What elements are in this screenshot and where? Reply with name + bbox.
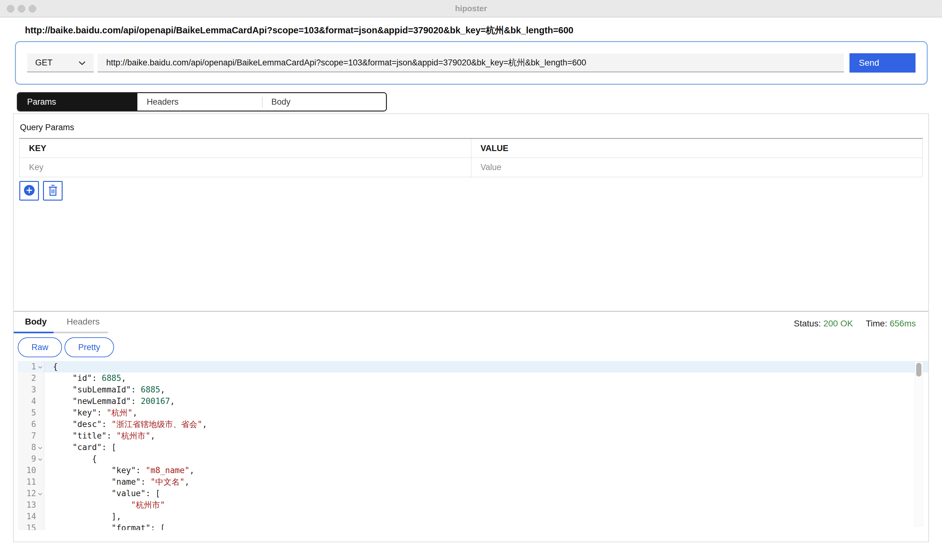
line-number: 14	[18, 511, 36, 522]
response-body-code: 1{2 "id": 6885,3 "subLemmaId": 6885,4 "n…	[18, 361, 928, 530]
line-number: 8	[18, 442, 36, 453]
code-line: 15 "format": [	[18, 522, 928, 530]
code-line: 13 "杭州市"	[18, 499, 928, 511]
fold-gutter-spacer	[36, 499, 44, 511]
fold-gutter-spacer	[36, 372, 44, 384]
line-number: 12	[18, 488, 36, 499]
param-value-input[interactable]	[471, 158, 923, 177]
fold-gutter-spacer	[36, 407, 44, 418]
code-line: 5 "key": "杭州",	[18, 407, 928, 418]
line-number: 5	[18, 407, 36, 418]
fold-gutter-spacer	[36, 384, 44, 395]
code-line-text: "card": [	[44, 442, 117, 453]
response-status-line: Status: 200 OK Time: 656ms	[794, 318, 916, 329]
method-select-value: GET	[35, 58, 52, 68]
code-gutter: 9	[18, 453, 44, 465]
code-gutter: 14	[18, 511, 44, 522]
minimize-button[interactable]	[18, 5, 25, 12]
line-number: 15	[18, 522, 36, 530]
method-select[interactable]: GET	[27, 54, 94, 72]
code-gutter: 15	[18, 522, 44, 530]
code-gutter: 1	[18, 361, 44, 372]
raw-button[interactable]: Raw	[18, 337, 62, 357]
code-line: 14 ],	[18, 511, 928, 522]
code-line-text: "key": "杭州",	[44, 407, 137, 418]
code-gutter: 2	[18, 372, 44, 384]
window-titlebar: hiposter	[0, 0, 942, 17]
fold-chevron-icon[interactable]	[36, 453, 44, 465]
window-title: hiposter	[0, 0, 942, 17]
code-scrollbar[interactable]	[914, 362, 923, 526]
code-line-text: "id": 6885,	[44, 372, 126, 384]
fold-gutter-spacer	[36, 430, 44, 442]
status-value: 200 OK	[823, 318, 853, 328]
code-line: 8 "card": [	[18, 442, 928, 453]
param-actions	[19, 181, 923, 201]
code-gutter: 12	[18, 488, 44, 499]
response-tab-body[interactable]: Body	[14, 312, 54, 333]
code-line-text: "desc": "浙江省辖地级市、省会",	[44, 418, 207, 430]
line-number: 4	[18, 395, 36, 407]
code-line-text: "subLemmaId": 6885,	[44, 384, 165, 395]
code-line-text: {	[44, 453, 97, 465]
tab-headers[interactable]: Headers	[137, 93, 262, 111]
fold-chevron-icon[interactable]	[36, 361, 44, 372]
table-row	[20, 158, 923, 177]
code-line: 9 {	[18, 453, 928, 465]
code-gutter: 4	[18, 395, 44, 407]
code-gutter: 11	[18, 476, 44, 488]
url-input[interactable]	[97, 54, 844, 72]
code-gutter: 8	[18, 442, 44, 453]
table-header-row: KEY VALUE	[20, 138, 923, 158]
key-column-header: KEY	[20, 138, 471, 158]
delete-param-button[interactable]	[43, 181, 63, 201]
fold-chevron-icon[interactable]	[36, 442, 44, 453]
response-section: Body Headers Status: 200 OK Time: 656ms …	[14, 312, 928, 541]
request-url-headline: http://baike.baidu.com/api/openapi/Baike…	[25, 24, 923, 37]
code-line: 2 "id": 6885,	[18, 372, 928, 384]
status-label: Status:	[794, 318, 821, 328]
code-gutter: 13	[18, 499, 44, 511]
time-value: 656ms	[890, 318, 916, 328]
query-params-section: Query Params KEY VALUE	[14, 114, 928, 312]
code-line: 12 "value": [	[18, 488, 928, 499]
zoom-button[interactable]	[29, 5, 36, 12]
tab-body[interactable]: Body	[262, 93, 386, 111]
fold-gutter-spacer	[36, 418, 44, 430]
fold-chevron-icon[interactable]	[36, 488, 44, 499]
fold-gutter-spacer	[36, 395, 44, 407]
code-line-text: ],	[44, 511, 121, 522]
response-view-toggle: Raw Pretty	[18, 337, 928, 357]
send-button[interactable]: Send	[850, 53, 916, 72]
tab-params[interactable]: Params	[18, 93, 137, 111]
code-line-text: "format": [	[44, 522, 165, 530]
line-number: 1	[18, 361, 36, 372]
line-number: 3	[18, 384, 36, 395]
code-line: 1{	[18, 361, 928, 372]
response-tabs: Body Headers	[14, 312, 928, 333]
chevron-down-icon	[78, 58, 86, 68]
add-param-button[interactable]	[19, 181, 39, 201]
param-key-input[interactable]	[20, 158, 471, 177]
main-panel: Query Params KEY VALUE	[13, 113, 929, 542]
code-line-text: "杭州市"	[44, 499, 165, 511]
line-number: 9	[18, 453, 36, 465]
code-line-text: "value": [	[44, 488, 160, 499]
code-gutter: 7	[18, 430, 44, 442]
time-label: Time:	[866, 318, 887, 328]
request-bar: GET Send	[15, 41, 928, 85]
trash-icon	[47, 184, 58, 197]
close-button[interactable]	[7, 5, 14, 12]
fold-gutter-spacer	[36, 522, 44, 530]
code-line: 7 "title": "杭州市",	[18, 430, 928, 442]
fold-gutter-spacer	[36, 511, 44, 522]
line-number: 6	[18, 418, 36, 430]
code-line: 11 "name": "中文名",	[18, 476, 928, 488]
pretty-button[interactable]: Pretty	[65, 337, 114, 357]
scrollbar-thumb[interactable]	[916, 363, 922, 377]
line-number: 13	[18, 499, 36, 511]
code-line: 3 "subLemmaId": 6885,	[18, 384, 928, 395]
fold-gutter-spacer	[36, 465, 44, 476]
response-tab-headers[interactable]: Headers	[54, 312, 108, 333]
code-line-text: "key": "m8_name",	[44, 465, 194, 476]
